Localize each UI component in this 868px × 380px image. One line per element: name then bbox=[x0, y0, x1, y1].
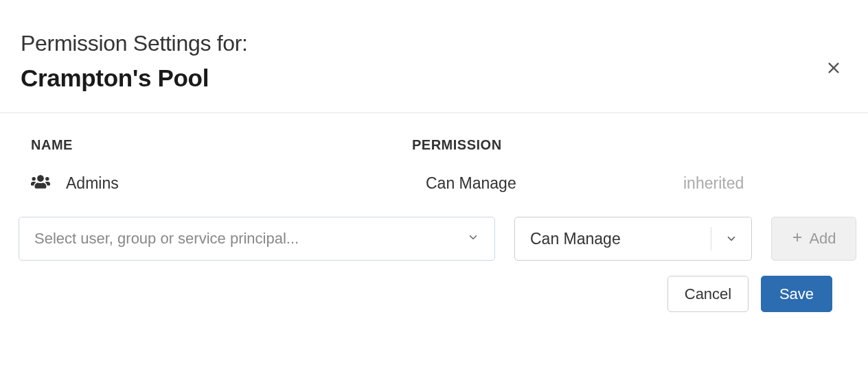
cell-name: Admins bbox=[31, 174, 412, 193]
dialog-body: NAME PERMISSION Admins Can Manage inheri… bbox=[0, 113, 868, 312]
cell-permission: Can Manage bbox=[412, 174, 683, 193]
group-icon bbox=[31, 174, 50, 193]
add-button[interactable]: Add bbox=[771, 217, 856, 261]
table-header: NAME PERMISSION bbox=[31, 137, 847, 153]
cell-status: inherited bbox=[683, 174, 847, 193]
permission-select-value: Can Manage bbox=[515, 230, 711, 248]
add-principal-controls: Select user, group or service principal.… bbox=[19, 217, 847, 261]
cancel-button[interactable]: Cancel bbox=[667, 276, 749, 312]
principal-select[interactable]: Select user, group or service principal.… bbox=[19, 217, 495, 261]
header-title: Crampton's Pool bbox=[21, 64, 847, 92]
close-icon bbox=[826, 60, 841, 78]
header-prefix: Permission Settings for: bbox=[21, 31, 847, 56]
table-row: Admins Can Manage inherited bbox=[31, 174, 847, 193]
column-header-permission: PERMISSION bbox=[412, 137, 673, 153]
close-button[interactable] bbox=[823, 58, 844, 79]
column-header-name: NAME bbox=[31, 137, 412, 153]
principal-select-placeholder: Select user, group or service principal.… bbox=[34, 230, 467, 248]
plus-icon bbox=[791, 230, 803, 248]
principal-name: Admins bbox=[62, 174, 119, 193]
dialog-header: Permission Settings for: Crampton's Pool bbox=[0, 0, 868, 113]
chevron-down-icon bbox=[467, 231, 479, 246]
permission-select[interactable]: Can Manage bbox=[514, 217, 752, 261]
add-button-label: Add bbox=[809, 230, 836, 248]
save-button[interactable]: Save bbox=[761, 276, 832, 312]
dialog-footer: Cancel Save bbox=[31, 261, 847, 312]
chevron-down-icon bbox=[711, 233, 751, 245]
permission-settings-dialog: Permission Settings for: Crampton's Pool… bbox=[0, 0, 868, 312]
